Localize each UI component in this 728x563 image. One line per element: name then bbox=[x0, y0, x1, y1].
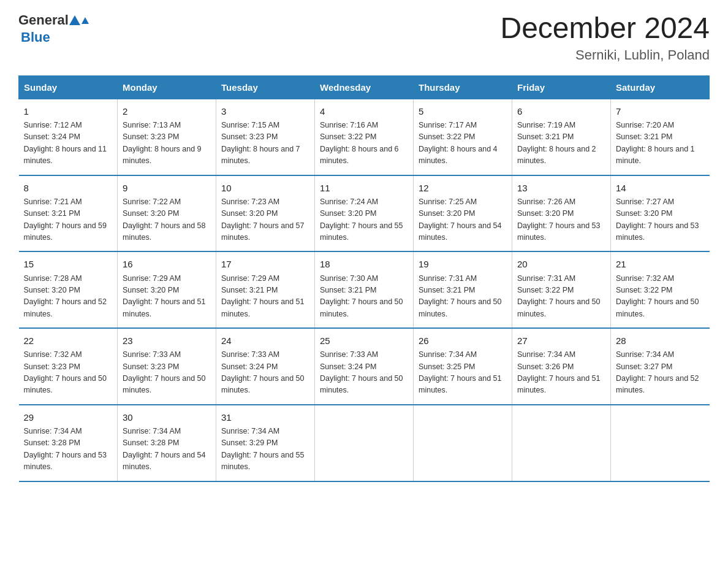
day-info: Sunrise: 7:30 AMSunset: 3:21 PMDaylight:… bbox=[320, 274, 403, 318]
calendar-cell: 3Sunrise: 7:15 AMSunset: 3:23 PMDaylight… bbox=[216, 99, 315, 175]
day-info: Sunrise: 7:31 AMSunset: 3:22 PMDaylight:… bbox=[517, 274, 601, 318]
day-info: Sunrise: 7:34 AMSunset: 3:28 PMDaylight:… bbox=[24, 427, 107, 471]
calendar-cell: 30Sunrise: 7:34 AMSunset: 3:28 PMDayligh… bbox=[118, 405, 216, 481]
calendar-header-thursday: Thursday bbox=[414, 75, 512, 99]
day-info: Sunrise: 7:32 AMSunset: 3:22 PMDaylight:… bbox=[616, 274, 699, 318]
day-number: 5 bbox=[419, 104, 507, 118]
calendar-cell: 27Sunrise: 7:34 AMSunset: 3:26 PMDayligh… bbox=[512, 328, 611, 405]
day-number: 9 bbox=[123, 181, 211, 195]
day-number: 29 bbox=[24, 410, 113, 424]
day-info: Sunrise: 7:31 AMSunset: 3:21 PMDaylight:… bbox=[419, 274, 502, 318]
calendar-cell: 10Sunrise: 7:23 AMSunset: 3:20 PMDayligh… bbox=[216, 175, 315, 252]
calendar-table: SundayMondayTuesdayWednesdayThursdayFrid… bbox=[18, 75, 710, 482]
calendar-cell: 31Sunrise: 7:34 AMSunset: 3:29 PMDayligh… bbox=[216, 405, 315, 481]
calendar-cell: 23Sunrise: 7:33 AMSunset: 3:23 PMDayligh… bbox=[118, 328, 216, 405]
day-info: Sunrise: 7:24 AMSunset: 3:20 PMDaylight:… bbox=[320, 197, 403, 242]
day-number: 11 bbox=[320, 181, 408, 195]
day-number: 27 bbox=[517, 334, 605, 348]
calendar-cell: 17Sunrise: 7:29 AMSunset: 3:21 PMDayligh… bbox=[216, 251, 315, 328]
day-info: Sunrise: 7:16 AMSunset: 3:22 PMDaylight:… bbox=[320, 121, 399, 165]
day-info: Sunrise: 7:15 AMSunset: 3:23 PMDaylight:… bbox=[221, 121, 300, 165]
calendar-cell: 22Sunrise: 7:32 AMSunset: 3:23 PMDayligh… bbox=[19, 328, 118, 405]
day-number: 18 bbox=[320, 257, 408, 271]
day-info: Sunrise: 7:27 AMSunset: 3:20 PMDaylight:… bbox=[616, 197, 699, 242]
day-number: 30 bbox=[123, 410, 211, 424]
day-info: Sunrise: 7:19 AMSunset: 3:21 PMDaylight:… bbox=[517, 121, 596, 165]
calendar-cell: 15Sunrise: 7:28 AMSunset: 3:20 PMDayligh… bbox=[19, 251, 118, 328]
day-info: Sunrise: 7:34 AMSunset: 3:27 PMDaylight:… bbox=[616, 350, 699, 394]
calendar-week-row: 8Sunrise: 7:21 AMSunset: 3:21 PMDaylight… bbox=[19, 175, 710, 252]
calendar-header-row: SundayMondayTuesdayWednesdayThursdayFrid… bbox=[19, 75, 710, 99]
day-info: Sunrise: 7:21 AMSunset: 3:21 PMDaylight:… bbox=[24, 197, 107, 242]
calendar-week-row: 22Sunrise: 7:32 AMSunset: 3:23 PMDayligh… bbox=[19, 328, 710, 405]
calendar-cell: 26Sunrise: 7:34 AMSunset: 3:25 PMDayligh… bbox=[414, 328, 512, 405]
day-number: 24 bbox=[221, 334, 309, 348]
calendar-cell: 1Sunrise: 7:12 AMSunset: 3:24 PMDaylight… bbox=[19, 99, 118, 175]
day-number: 15 bbox=[24, 257, 113, 271]
calendar-cell: 9Sunrise: 7:22 AMSunset: 3:20 PMDaylight… bbox=[118, 175, 216, 252]
calendar-cell: 13Sunrise: 7:26 AMSunset: 3:20 PMDayligh… bbox=[512, 175, 611, 252]
day-info: Sunrise: 7:20 AMSunset: 3:21 PMDaylight:… bbox=[616, 121, 695, 165]
calendar-cell: 28Sunrise: 7:34 AMSunset: 3:27 PMDayligh… bbox=[611, 328, 710, 405]
day-number: 31 bbox=[221, 410, 309, 424]
title-section: December 2024 Serniki, Lublin, Poland bbox=[500, 12, 710, 63]
day-number: 3 bbox=[221, 104, 309, 118]
day-number: 28 bbox=[616, 334, 705, 348]
day-number: 26 bbox=[419, 334, 507, 348]
day-info: Sunrise: 7:22 AMSunset: 3:20 PMDaylight:… bbox=[123, 197, 206, 242]
day-info: Sunrise: 7:25 AMSunset: 3:20 PMDaylight:… bbox=[419, 197, 502, 242]
day-number: 20 bbox=[517, 257, 605, 271]
day-number: 6 bbox=[517, 104, 605, 118]
day-number: 7 bbox=[616, 104, 705, 118]
logo-general-text: General bbox=[18, 12, 69, 28]
calendar-cell: 2Sunrise: 7:13 AMSunset: 3:23 PMDaylight… bbox=[118, 99, 216, 175]
page-header: General Blue December 2024 Serniki, Lubl… bbox=[18, 12, 710, 63]
calendar-cell bbox=[414, 405, 512, 481]
day-number: 4 bbox=[320, 104, 408, 118]
calendar-cell bbox=[512, 405, 611, 481]
calendar-cell: 7Sunrise: 7:20 AMSunset: 3:21 PMDaylight… bbox=[611, 99, 710, 175]
day-info: Sunrise: 7:33 AMSunset: 3:23 PMDaylight:… bbox=[123, 350, 206, 394]
day-info: Sunrise: 7:29 AMSunset: 3:21 PMDaylight:… bbox=[221, 274, 305, 318]
day-info: Sunrise: 7:33 AMSunset: 3:24 PMDaylight:… bbox=[221, 350, 305, 394]
month-year-title: December 2024 bbox=[500, 12, 710, 45]
day-number: 13 bbox=[517, 181, 605, 195]
day-number: 8 bbox=[24, 181, 113, 195]
calendar-cell: 8Sunrise: 7:21 AMSunset: 3:21 PMDaylight… bbox=[19, 175, 118, 252]
day-number: 17 bbox=[221, 257, 309, 271]
day-info: Sunrise: 7:12 AMSunset: 3:24 PMDaylight:… bbox=[24, 121, 107, 165]
day-info: Sunrise: 7:34 AMSunset: 3:29 PMDaylight:… bbox=[221, 427, 305, 471]
day-number: 23 bbox=[123, 334, 211, 348]
day-number: 12 bbox=[419, 181, 507, 195]
calendar-week-row: 1Sunrise: 7:12 AMSunset: 3:24 PMDaylight… bbox=[19, 99, 710, 175]
day-number: 25 bbox=[320, 334, 408, 348]
day-number: 2 bbox=[123, 104, 211, 118]
calendar-header-monday: Monday bbox=[118, 75, 216, 99]
day-number: 1 bbox=[24, 104, 113, 118]
day-info: Sunrise: 7:17 AMSunset: 3:22 PMDaylight:… bbox=[419, 121, 498, 165]
day-info: Sunrise: 7:13 AMSunset: 3:23 PMDaylight:… bbox=[123, 121, 202, 165]
logo: General Blue bbox=[18, 12, 89, 45]
calendar-header-sunday: Sunday bbox=[19, 75, 118, 99]
calendar-cell: 16Sunrise: 7:29 AMSunset: 3:20 PMDayligh… bbox=[118, 251, 216, 328]
day-number: 21 bbox=[616, 257, 705, 271]
day-number: 14 bbox=[616, 181, 705, 195]
calendar-cell: 12Sunrise: 7:25 AMSunset: 3:20 PMDayligh… bbox=[414, 175, 512, 252]
day-info: Sunrise: 7:26 AMSunset: 3:20 PMDaylight:… bbox=[517, 197, 601, 242]
calendar-cell: 6Sunrise: 7:19 AMSunset: 3:21 PMDaylight… bbox=[512, 99, 611, 175]
location-subtitle: Serniki, Lublin, Poland bbox=[500, 47, 710, 63]
day-info: Sunrise: 7:32 AMSunset: 3:23 PMDaylight:… bbox=[24, 350, 107, 394]
calendar-cell bbox=[611, 405, 710, 481]
day-number: 19 bbox=[419, 257, 507, 271]
calendar-cell: 5Sunrise: 7:17 AMSunset: 3:22 PMDaylight… bbox=[414, 99, 512, 175]
day-number: 22 bbox=[24, 334, 113, 348]
calendar-cell: 24Sunrise: 7:33 AMSunset: 3:24 PMDayligh… bbox=[216, 328, 315, 405]
day-info: Sunrise: 7:33 AMSunset: 3:24 PMDaylight:… bbox=[320, 350, 403, 394]
calendar-cell: 29Sunrise: 7:34 AMSunset: 3:28 PMDayligh… bbox=[19, 405, 118, 481]
calendar-week-row: 29Sunrise: 7:34 AMSunset: 3:28 PMDayligh… bbox=[19, 405, 710, 481]
calendar-cell: 4Sunrise: 7:16 AMSunset: 3:22 PMDaylight… bbox=[315, 99, 414, 175]
day-info: Sunrise: 7:28 AMSunset: 3:20 PMDaylight:… bbox=[24, 274, 107, 318]
calendar-cell: 19Sunrise: 7:31 AMSunset: 3:21 PMDayligh… bbox=[414, 251, 512, 328]
calendar-cell: 14Sunrise: 7:27 AMSunset: 3:20 PMDayligh… bbox=[611, 175, 710, 252]
day-info: Sunrise: 7:34 AMSunset: 3:28 PMDaylight:… bbox=[123, 427, 206, 471]
